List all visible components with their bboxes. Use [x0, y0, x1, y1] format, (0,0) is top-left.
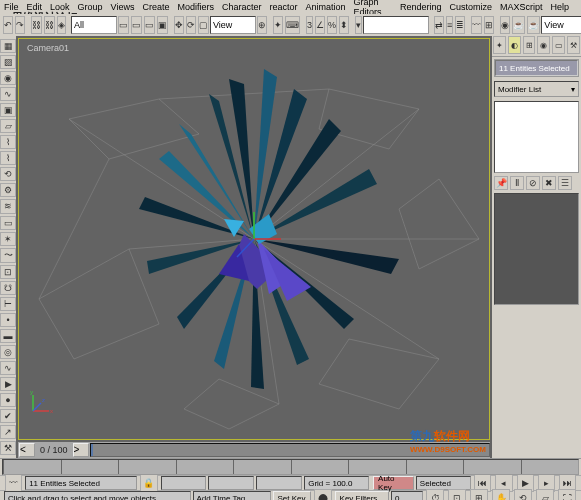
angle-snap-button[interactable]: ∠	[315, 16, 325, 34]
motion-tab[interactable]: ◉	[537, 36, 550, 54]
wind-icon[interactable]: ≋	[0, 199, 16, 213]
select-name-button[interactable]: ▭	[131, 16, 142, 34]
link-button[interactable]: ⛓	[31, 16, 42, 34]
selection-filter-dropdown[interactable]: All	[71, 16, 117, 34]
scale-button[interactable]: ▢	[198, 16, 209, 34]
utilities-icon[interactable]: ⚒	[0, 441, 16, 455]
quick-render-button[interactable]: ☕	[527, 16, 540, 34]
render-preset-dropdown[interactable]: View	[541, 16, 581, 34]
key-mode-dropdown[interactable]: Selected	[416, 476, 471, 490]
l-dashpot-icon[interactable]: ⌇	[0, 151, 16, 165]
hinge-icon[interactable]: ⊢	[0, 297, 16, 311]
menu-reactor[interactable]: reactor	[269, 2, 297, 12]
current-frame-field[interactable]: 0	[391, 491, 423, 500]
layers-button[interactable]: ≣	[455, 16, 465, 34]
transform-x[interactable]	[161, 476, 207, 490]
utilities-tab[interactable]: ⚒	[567, 36, 580, 54]
menu-customize[interactable]: Customize	[449, 2, 492, 12]
preview-anim-icon[interactable]: ▶	[0, 377, 16, 391]
rotate-button[interactable]: ⟳	[186, 16, 196, 34]
lock-selection-button[interactable]: 🔒	[140, 474, 157, 492]
bind-button[interactable]: ◈	[57, 16, 66, 34]
menu-look[interactable]: Look	[50, 2, 70, 12]
auto-key-button[interactable]: Auto Key	[373, 476, 414, 490]
configure-sets-button[interactable]: ☰	[558, 176, 572, 190]
analyze-icon[interactable]: ✔	[0, 409, 16, 423]
water-icon[interactable]: 〜	[0, 248, 16, 263]
redo-button[interactable]: ↷	[15, 16, 25, 34]
point-path-icon[interactable]: ∿	[0, 361, 16, 375]
show-result-button[interactable]: Ⅱ	[510, 176, 524, 190]
schematic-button[interactable]: ⊞	[484, 16, 494, 34]
zoom-ext-all-button[interactable]: ⊞	[470, 489, 488, 500]
ref-coord-dropdown[interactable]: View	[210, 16, 256, 34]
fov-button[interactable]: ▱	[536, 489, 554, 500]
point-point-icon[interactable]: •	[0, 313, 16, 327]
menu-create[interactable]: Create	[142, 2, 169, 12]
select-region-button[interactable]: ▭	[144, 16, 155, 34]
mirror-button[interactable]: ⇄	[434, 16, 444, 34]
rigid-body-icon[interactable]: ▦	[0, 39, 16, 53]
create-anim-icon[interactable]: ●	[0, 393, 16, 407]
modifier-stack[interactable]	[494, 101, 579, 173]
manipulate-button[interactable]: ✦	[273, 16, 283, 34]
rope-icon[interactable]: ∿	[0, 87, 16, 101]
car-wheel-icon[interactable]: ◎	[0, 345, 16, 359]
next-frame-button[interactable]: >	[73, 443, 89, 457]
named-sel-dropdown[interactable]	[363, 16, 429, 34]
spinner-snap-button[interactable]: ⬍	[339, 16, 349, 34]
mini-curve-button[interactable]: 〰	[5, 474, 22, 492]
move-button[interactable]: ✥	[174, 16, 184, 34]
pin-stack-button[interactable]: 📌	[494, 176, 508, 190]
rag-doll-icon[interactable]: ☋	[0, 281, 16, 295]
modifier-list-dropdown[interactable]: Modifier List▾	[494, 81, 579, 97]
menu-group[interactable]: Group	[78, 2, 103, 12]
track-bar[interactable]	[2, 459, 579, 475]
render-scene-button[interactable]: ☕	[512, 16, 525, 34]
named-sel-button[interactable]: ▾	[355, 16, 362, 34]
a-dashpot-icon[interactable]: ⟲	[0, 167, 16, 181]
constraint-solver-icon[interactable]: ⊡	[0, 265, 16, 279]
percent-snap-button[interactable]: %	[327, 16, 337, 34]
menu-edit[interactable]: Edit	[27, 2, 43, 12]
time-slider-track[interactable]	[90, 443, 490, 457]
menu-rendering[interactable]: Rendering	[400, 2, 442, 12]
key-filters-button[interactable]: Key Filters...	[335, 491, 389, 500]
keymode-button[interactable]: ⌨	[285, 16, 300, 34]
remove-mod-button[interactable]: ✖	[542, 176, 556, 190]
menu-file[interactable]: File	[4, 2, 19, 12]
transform-y[interactable]	[208, 476, 254, 490]
menu-animation[interactable]: Animation	[306, 2, 346, 12]
soft-body-icon[interactable]: ◉	[0, 71, 16, 85]
hierarchy-tab[interactable]: ⊞	[523, 36, 536, 54]
select-button[interactable]: ▭	[118, 16, 129, 34]
menu-modifiers[interactable]: Modifiers	[177, 2, 214, 12]
time-tag[interactable]: Add Time Tag	[193, 491, 271, 500]
fracture-icon[interactable]: ✶	[0, 232, 16, 246]
prev-frame-button[interactable]: <	[19, 443, 35, 457]
menu-views[interactable]: Views	[111, 2, 135, 12]
arc-rotate-button[interactable]: ⟲	[514, 489, 532, 500]
undo-button[interactable]: ↶	[3, 16, 13, 34]
menu-help[interactable]: Help	[550, 2, 569, 12]
prismatic-icon[interactable]: ▬	[0, 329, 16, 343]
min-max-button[interactable]: ⛶	[558, 489, 576, 500]
menu-maxscript[interactable]: MAXScript	[500, 2, 543, 12]
set-key-button[interactable]: Set Key	[273, 491, 311, 500]
unique-button[interactable]: ⊘	[526, 176, 540, 190]
transform-z[interactable]	[256, 476, 302, 490]
deforming-mesh-icon[interactable]: ▣	[0, 103, 16, 117]
window-crossing-button[interactable]: ▣	[157, 16, 168, 34]
material-editor-button[interactable]: ◉	[500, 16, 510, 34]
set-key-large-button[interactable]: ⬤	[314, 489, 332, 500]
create-tab[interactable]: ✦	[493, 36, 506, 54]
plane-icon[interactable]: ▱	[0, 119, 16, 133]
align-button[interactable]: ≡	[446, 16, 453, 34]
menu-character[interactable]: Character	[222, 2, 262, 12]
unlink-button[interactable]: ⛓	[44, 16, 55, 34]
motor-icon[interactable]: ⚙	[0, 183, 16, 197]
spring-icon[interactable]: ⌇	[0, 135, 16, 149]
time-config-button[interactable]: ⏱	[426, 489, 444, 500]
cloth-icon[interactable]: ▨	[0, 55, 16, 69]
curve-editor-button[interactable]: 〰	[471, 16, 482, 34]
